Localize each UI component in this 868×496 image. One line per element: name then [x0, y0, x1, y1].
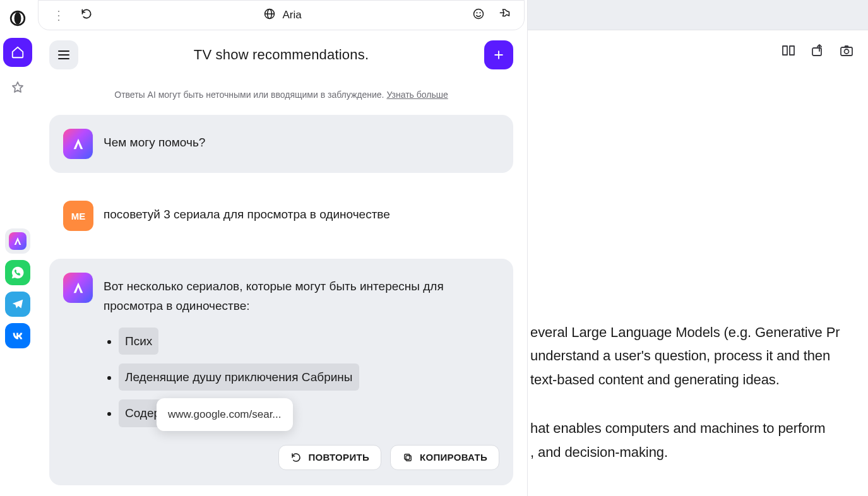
reader-mode-icon[interactable] — [781, 43, 796, 61]
page-toolbar — [528, 0, 868, 30]
message-text: посоветуй 3 сериала для просмотра в один… — [104, 201, 499, 231]
svg-rect-9 — [812, 48, 821, 56]
sidebar-app-whatsapp[interactable] — [5, 260, 30, 285]
refresh-icon — [290, 452, 302, 463]
user-avatar: ME — [63, 201, 93, 231]
svg-point-4 — [474, 9, 484, 19]
ai-message: Чем могу помочь? — [49, 115, 513, 173]
suggestion-chip[interactable]: Псих — [119, 328, 158, 355]
svg-rect-7 — [406, 456, 411, 461]
hamburger-menu[interactable] — [49, 40, 78, 69]
aria-avatar — [63, 273, 93, 303]
conversation-title: TV show recommendations. — [87, 47, 475, 63]
copy-button[interactable]: КОПИРОВАТЬ — [390, 445, 499, 470]
retry-button[interactable]: ПОВТОРИТЬ — [278, 445, 381, 470]
copy-icon — [402, 452, 413, 463]
aria-topbar-title: Aria — [282, 9, 301, 21]
aria-header: TV show recommendations. — [35, 30, 527, 80]
aria-panel: ⋮ Aria TV show recommendations. — [35, 0, 528, 496]
svg-rect-10 — [841, 47, 852, 56]
message-body: Вот несколько сериалов, которые могут бы… — [104, 273, 499, 470]
globe-icon — [263, 8, 276, 23]
more-menu-icon[interactable]: ⋮ — [49, 8, 69, 23]
aria-avatar — [63, 129, 93, 159]
new-chat-button[interactable] — [484, 40, 513, 69]
pin-icon[interactable] — [496, 5, 514, 25]
home-tab[interactable] — [3, 38, 32, 67]
message-text: Вот несколько сериалов, которые могут бы… — [104, 276, 499, 316]
favorites-tab[interactable] — [3, 73, 32, 102]
message-text: Чем могу помочь? — [104, 129, 499, 159]
opera-logo — [8, 9, 27, 28]
svg-point-1 — [15, 12, 21, 25]
svg-point-5 — [477, 12, 478, 13]
screenshot-icon[interactable] — [839, 43, 854, 61]
learn-more-link[interactable]: Узнать больше — [386, 90, 448, 100]
sidebar-app-telegram[interactable] — [5, 292, 30, 317]
reload-icon[interactable] — [78, 5, 95, 25]
aria-icon — [9, 232, 27, 250]
sidebar-app-vk[interactable] — [5, 323, 30, 348]
ai-disclaimer: Ответы AI могут быть неточными или вводя… — [49, 80, 513, 115]
chat-scroll[interactable]: Ответы AI могут быть неточными или вводя… — [35, 80, 527, 496]
sidebar-app-aria[interactable] — [5, 228, 30, 254]
emoji-icon[interactable] — [470, 5, 487, 25]
suggestion-chip[interactable]: Леденящие душу приключения Сабрины — [119, 363, 359, 391]
link-tooltip: www.google.com/sear... — [157, 398, 293, 431]
user-message: ME посоветуй 3 сериала для просмотра в о… — [49, 187, 513, 245]
aria-topbar: ⋮ Aria — [38, 0, 525, 30]
svg-rect-8 — [405, 454, 410, 459]
background-page: everal Large Language Models (e.g. Gener… — [528, 0, 868, 496]
page-content: everal Large Language Models (e.g. Gener… — [528, 30, 868, 464]
svg-point-11 — [845, 49, 849, 54]
left-rail — [0, 0, 35, 496]
ai-message: Вот несколько сериалов, которые могут бы… — [49, 259, 513, 485]
svg-point-6 — [480, 12, 481, 13]
page-tools — [781, 43, 854, 61]
share-icon[interactable] — [810, 43, 825, 61]
